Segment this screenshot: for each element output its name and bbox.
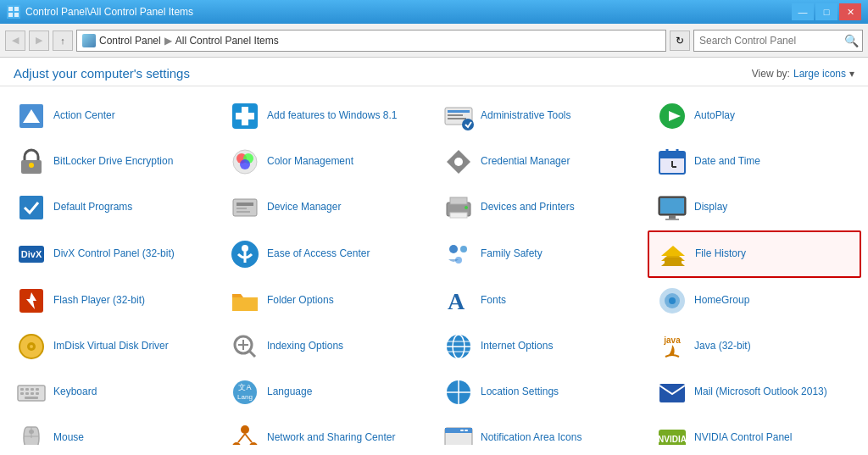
item-fonts[interactable]: AFonts — [434, 278, 648, 324]
label-bitlocker: BitLocker Drive Encryption — [53, 155, 173, 169]
item-ease-access[interactable]: Ease of Access Center — [220, 230, 434, 278]
item-credential[interactable]: Credential Manager — [434, 139, 648, 185]
icon-indexing — [230, 331, 260, 362]
svg-rect-80 — [20, 392, 24, 395]
label-action-center: Action Center — [53, 109, 115, 123]
item-bitlocker[interactable]: BitLocker Drive Encryption — [7, 139, 220, 185]
window-controls[interactable]: — □ ✕ — [792, 3, 861, 20]
item-family-safety[interactable]: Family Safety — [434, 230, 648, 278]
window-title: Control Panel\All Control Panel Items — [25, 6, 193, 18]
svg-rect-78 — [31, 388, 34, 391]
item-flash[interactable]: Flash Player (32-bit) — [7, 278, 220, 324]
item-network-sharing[interactable]: Network and Sharing Center — [220, 415, 434, 445]
item-nvidia[interactable]: NVIDIANVIDIA Control Panel — [648, 415, 861, 445]
close-button[interactable]: ✕ — [839, 3, 861, 20]
maximize-button[interactable]: □ — [815, 3, 837, 20]
item-datetime[interactable]: Date and Time — [648, 139, 861, 185]
label-color-mgmt: Color Management — [267, 155, 353, 169]
item-keyboard[interactable]: Keyboard — [7, 369, 220, 415]
svg-rect-36 — [450, 213, 467, 218]
svg-point-95 — [241, 425, 249, 434]
label-language: Language — [267, 386, 312, 399]
svg-line-98 — [238, 434, 245, 442]
up-button[interactable]: ↑ — [53, 31, 73, 51]
item-admin-tools[interactable]: Administrative Tools — [434, 93, 648, 139]
item-file-history[interactable]: File History — [648, 230, 861, 278]
item-autoplay[interactable]: AutoPlay — [648, 93, 861, 139]
item-imdisk[interactable]: ImDisk Virtual Disk Driver — [7, 324, 220, 369]
search-box[interactable]: 🔍 — [693, 30, 863, 52]
svg-rect-32 — [236, 208, 247, 209]
icon-credential — [443, 147, 474, 177]
item-add-features[interactable]: Add features to Windows 8.1 — [220, 93, 434, 139]
address-path[interactable]: Control Panel ▶ All Control Panel Items — [76, 30, 666, 52]
icon-datetime — [657, 147, 687, 177]
item-location[interactable]: Location Settings — [434, 369, 648, 415]
item-color-mgmt[interactable]: Color Management — [220, 139, 434, 185]
label-indexing: Indexing Options — [267, 340, 343, 353]
svg-rect-35 — [450, 197, 467, 204]
svg-point-47 — [449, 245, 458, 253]
item-notification[interactable]: Notification Area Icons — [434, 415, 648, 445]
label-add-features: Add features to Windows 8.1 — [267, 109, 397, 123]
back-button[interactable]: ◀ — [5, 31, 25, 51]
minimize-button[interactable]: — — [792, 3, 814, 20]
item-java[interactable]: javaJava (32-bit) — [648, 324, 861, 369]
svg-text:Lang: Lang — [237, 393, 253, 401]
item-folder-options[interactable]: Folder Options — [220, 278, 434, 324]
label-admin-tools: Administrative Tools — [481, 109, 571, 123]
item-action-center[interactable]: Action Center — [7, 93, 220, 139]
svg-rect-0 — [8, 7, 13, 11]
item-devices-printers[interactable]: Devices and Printers — [434, 185, 648, 230]
item-default-prog[interactable]: Default Programs — [7, 185, 220, 230]
viewby-dropdown-icon[interactable]: ▾ — [849, 68, 854, 80]
icon-devices-printers — [443, 192, 474, 223]
label-network-sharing: Network and Sharing Center — [267, 431, 395, 445]
label-display: Display — [694, 201, 727, 214]
icon-device-mgr — [230, 192, 260, 223]
item-divx[interactable]: DivXDivX Control Panel (32-bit) — [7, 230, 220, 278]
label-homegroup: HomeGroup — [694, 294, 749, 308]
item-device-mgr[interactable]: Device Manager — [220, 185, 434, 230]
item-display[interactable]: Display — [648, 185, 861, 230]
svg-point-64 — [30, 345, 33, 348]
address-bar: ◀ ▶ ↑ Control Panel ▶ All Control Panel … — [0, 24, 868, 58]
svg-point-17 — [29, 163, 34, 168]
item-language[interactable]: 文ALangLanguage — [220, 369, 434, 415]
svg-rect-77 — [25, 388, 29, 391]
svg-line-66 — [249, 351, 255, 357]
label-datetime: Date and Time — [694, 155, 760, 169]
item-internet-options[interactable]: Internet Options — [434, 324, 648, 369]
svg-point-61 — [669, 297, 676, 304]
icon-flash — [16, 286, 47, 316]
label-nvidia: NVIDIA Control Panel — [694, 431, 792, 445]
path-current: All Control Panel Items — [175, 35, 279, 47]
svg-rect-24 — [659, 152, 685, 158]
svg-point-21 — [240, 159, 250, 169]
icon-display — [657, 192, 687, 223]
search-input[interactable] — [694, 35, 840, 47]
icon-language: 文ALang — [230, 377, 260, 408]
refresh-button[interactable]: ↻ — [670, 31, 690, 51]
svg-rect-1 — [14, 7, 19, 11]
svg-rect-101 — [445, 428, 472, 433]
search-button[interactable]: 🔍 — [840, 31, 862, 51]
svg-rect-41 — [665, 219, 679, 220]
svg-rect-8 — [236, 113, 254, 119]
items-container: Action CenterAdd features to Windows 8.1… — [0, 86, 868, 445]
svg-rect-33 — [236, 211, 250, 213]
item-indexing[interactable]: Indexing Options — [220, 324, 434, 369]
forward-button[interactable]: ▶ — [29, 31, 49, 51]
icon-java: java — [657, 331, 687, 362]
label-device-mgr: Device Manager — [267, 201, 341, 214]
item-mail[interactable]: Mail (Microsoft Outlook 2013) — [648, 369, 861, 415]
viewby-value[interactable]: Large icons — [793, 68, 846, 80]
svg-point-37 — [465, 206, 468, 209]
label-notification: Notification Area Icons — [481, 431, 581, 445]
svg-text:java: java — [663, 336, 681, 345]
item-homegroup[interactable]: HomeGroup — [648, 278, 861, 324]
icon-admin-tools — [443, 101, 474, 131]
svg-text:NVIDIA: NVIDIA — [658, 435, 687, 444]
item-mouse[interactable]: Mouse — [7, 415, 220, 445]
page-title: Adjust your computer's settings — [14, 66, 190, 80]
